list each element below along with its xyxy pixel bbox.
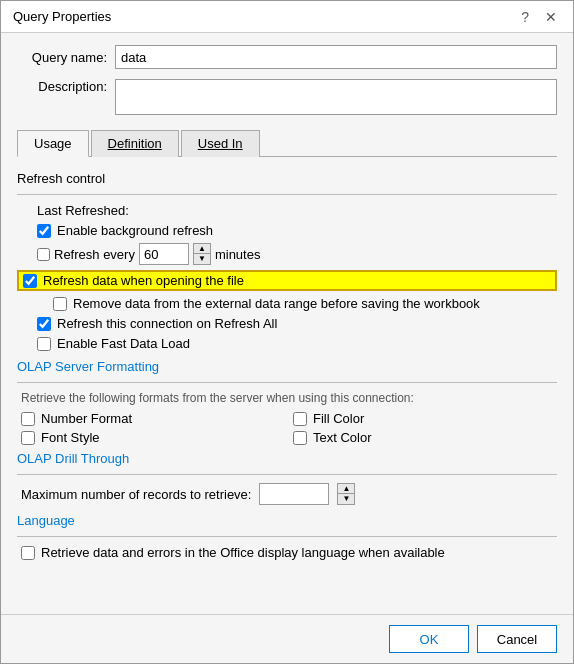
tab-used-in[interactable]: Used In [181,130,260,157]
refresh-every-checkbox[interactable] [37,248,50,261]
fast-data-label: Enable Fast Data Load [57,336,190,351]
refresh-on-open-checkbox[interactable] [23,274,37,288]
query-properties-dialog: Query Properties ? ✕ Query name: Descrip… [0,0,574,664]
language-checkbox[interactable] [21,546,35,560]
refresh-every-down[interactable]: ▼ [194,254,210,264]
description-row: Description: [17,79,557,115]
number-format-item: Number Format [21,411,285,426]
refresh-on-open-label: Refresh data when opening the file [43,273,244,288]
olap-drill-divider [17,474,557,475]
olap-formatting-title: OLAP Server Formatting [17,359,557,374]
tabs-container: Usage Definition Used In [17,129,557,157]
olap-formatting-section: OLAP Server Formatting Retrieve the foll… [17,359,557,445]
refresh-on-open-row: Refresh data when opening the file [17,270,557,291]
refresh-every-up[interactable]: ▲ [194,244,210,254]
enable-background-checkbox[interactable] [37,224,51,238]
fill-color-checkbox[interactable] [293,412,307,426]
text-color-label: Text Color [313,430,372,445]
remove-data-row: Remove data from the external data range… [53,296,557,311]
olap-drill-title: OLAP Drill Through [17,451,557,466]
minutes-label: minutes [215,247,261,262]
max-records-label: Maximum number of records to retrieve: [21,487,251,502]
olap-drill-section: OLAP Drill Through Maximum number of rec… [17,451,557,505]
refresh-all-checkbox[interactable] [37,317,51,331]
fast-data-checkbox[interactable] [37,337,51,351]
remove-data-checkbox[interactable] [53,297,67,311]
help-button[interactable]: ? [517,10,533,24]
dialog-title: Query Properties [13,9,111,24]
olap-formatting-grid: Number Format Fill Color Font Style Text… [21,411,557,445]
dialog-body: Query name: Description: Usage Definitio… [1,33,573,614]
language-retrieve-label: Retrieve data and errors in the Office d… [41,545,445,560]
fill-color-label: Fill Color [313,411,364,426]
max-records-input[interactable] [259,483,329,505]
remove-data-label: Remove data from the external data range… [73,296,480,311]
language-retrieve-row: Retrieve data and errors in the Office d… [21,545,557,560]
max-records-down[interactable]: ▼ [338,494,354,504]
description-input[interactable] [115,79,557,115]
description-label: Description: [17,79,107,94]
text-color-item: Text Color [293,430,557,445]
tab-definition[interactable]: Definition [91,130,179,157]
fast-data-row: Enable Fast Data Load [37,336,557,351]
refresh-all-row: Refresh this connection on Refresh All [37,316,557,331]
query-name-row: Query name: [17,45,557,69]
refresh-divider [17,194,557,195]
last-refreshed-row: Last Refreshed: [17,203,557,218]
max-records-spinner: ▲ ▼ [337,483,355,505]
title-bar-controls: ? ✕ [517,10,561,24]
enable-background-label: Enable background refresh [57,223,213,238]
number-format-checkbox[interactable] [21,412,35,426]
tab-usage[interactable]: Usage [17,130,89,157]
language-title: Language [17,513,557,528]
ok-button[interactable]: OK [389,625,469,653]
refresh-every-label: Refresh every [54,247,135,262]
language-section: Language Retrieve data and errors in the… [17,513,557,560]
olap-formatting-divider [17,382,557,383]
font-style-label: Font Style [41,430,100,445]
query-name-input[interactable] [115,45,557,69]
query-name-label: Query name: [17,50,107,65]
max-records-row: Maximum number of records to retrieve: ▲… [21,483,557,505]
refresh-control-section: Refresh control Last Refreshed: Enable b… [17,171,557,351]
max-records-up[interactable]: ▲ [338,484,354,494]
close-button[interactable]: ✕ [541,10,561,24]
font-style-checkbox[interactable] [21,431,35,445]
refresh-all-label: Refresh this connection on Refresh All [57,316,277,331]
tab-content: Refresh control Last Refreshed: Enable b… [17,163,557,602]
language-divider [17,536,557,537]
refresh-every-row: Refresh every ▲ ▼ minutes [37,243,557,265]
enable-background-row: Enable background refresh [37,223,557,238]
dialog-footer: OK Cancel [1,614,573,663]
cancel-button[interactable]: Cancel [477,625,557,653]
last-refreshed-label: Last Refreshed: [37,203,129,218]
title-bar: Query Properties ? ✕ [1,1,573,33]
number-format-label: Number Format [41,411,132,426]
refresh-control-title: Refresh control [17,171,557,186]
fill-color-item: Fill Color [293,411,557,426]
text-color-checkbox[interactable] [293,431,307,445]
olap-formatting-desc: Retrieve the following formats from the … [21,391,557,405]
font-style-item: Font Style [21,430,285,445]
refresh-every-input[interactable] [139,243,189,265]
refresh-every-spinner: ▲ ▼ [193,243,211,265]
